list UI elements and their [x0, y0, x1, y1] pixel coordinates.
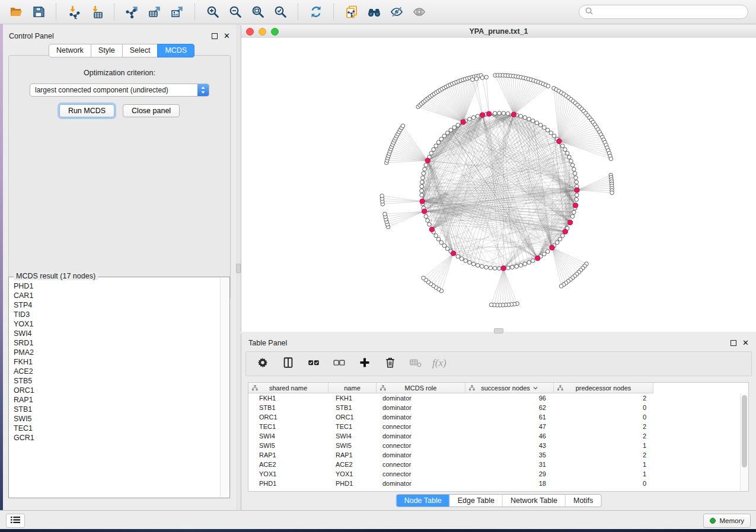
toolbar-zoom-selected-button[interactable]	[270, 2, 291, 21]
cell: STB1	[248, 404, 328, 411]
table-row-STB1[interactable]: STB1STB1dominator620	[248, 403, 748, 412]
mcds-result-item[interactable]: TEC1	[14, 424, 220, 433]
toolbar-zoom-fit-button[interactable]	[248, 2, 268, 21]
toolbar-apply-layout-button[interactable]	[306, 2, 326, 21]
control-panel-header: Control Panel ✕	[3, 24, 236, 44]
mcds-result-item[interactable]: ORC1	[14, 386, 220, 395]
mcds-result-item[interactable]: STB5	[14, 376, 220, 386]
table-row-ORC1[interactable]: ORC1ORC1dominator610	[248, 412, 748, 422]
table-row-FKH1[interactable]: FKH1FKH1dominator962	[248, 393, 748, 403]
toolbar-open-file-button[interactable]	[6, 2, 26, 21]
mcds-result-item[interactable]: PHD1	[14, 281, 220, 291]
tab-mcds[interactable]: MCDS	[157, 44, 194, 57]
cell: connector	[377, 442, 465, 449]
toolbar-export-image-button[interactable]	[167, 2, 187, 21]
vertical-splitter-grip[interactable]	[236, 264, 241, 273]
table-toolbar-show-columns-button[interactable]	[280, 356, 296, 371]
mcds-result-item[interactable]: GCR1	[14, 433, 220, 443]
mcds-result-item[interactable]: PMA2	[14, 348, 220, 357]
column-header-predecessor-nodes[interactable]: predecessor nodes	[554, 383, 653, 393]
mcds-result-item[interactable]: STP4	[14, 300, 220, 310]
table-row-RAP1[interactable]: RAP1RAP1dominator352	[248, 450, 748, 460]
toolbar-zoom-in-button[interactable]	[203, 2, 223, 21]
tab-edge-table[interactable]: Edge Table	[449, 495, 502, 507]
toolbar-new-network-from-selection-button[interactable]	[342, 2, 362, 21]
horizontal-splitter-grip[interactable]	[494, 328, 503, 334]
table-toolbar-select-all-button[interactable]	[306, 356, 321, 371]
mcds-result-item[interactable]: SRD1	[14, 338, 220, 348]
column-header-MCDS-role[interactable]: MCDS role	[377, 383, 465, 393]
search-input[interactable]	[596, 7, 742, 17]
cell: 29	[465, 470, 554, 477]
mcds-result-item[interactable]: SWI4	[14, 329, 220, 338]
column-header-shared-name[interactable]: shared name	[248, 383, 328, 393]
node-table: shared namenameMCDS rolesuccessor nodesp…	[248, 382, 749, 492]
toolbar-save-session-button[interactable]	[28, 2, 49, 21]
close-panel-button[interactable]: Close panel	[123, 104, 180, 117]
column-header-name[interactable]: name	[328, 383, 377, 393]
node-table-body: FKH1FKH1dominator962STB1STB1dominator620…	[248, 393, 748, 488]
cell: 43	[465, 442, 554, 449]
tab-style[interactable]: Style	[91, 44, 123, 57]
mcds-result-item[interactable]: SWI5	[14, 414, 220, 424]
toolbar-export-table-button[interactable]	[145, 2, 165, 21]
network-view-window: YPA_prune.txt_1	[241, 25, 756, 332]
cell: PHD1	[328, 480, 377, 487]
tab-select[interactable]: Select	[122, 44, 158, 57]
table-toolbar-table-mode-gear-button[interactable]	[255, 356, 270, 371]
close-panel-icon[interactable]: ✕	[224, 33, 230, 39]
table-row-ACE2[interactable]: ACE2ACE2connector311	[248, 460, 748, 469]
float-panel-icon[interactable]	[212, 33, 218, 39]
mcds-result-item[interactable]: ACE2	[14, 367, 220, 376]
table-scrollbar[interactable]	[740, 393, 748, 491]
vertical-splitter[interactable]	[236, 24, 241, 510]
toolbar-show-all-button[interactable]	[409, 2, 429, 21]
column-label: predecessor nodes	[576, 384, 631, 392]
cell: 46	[465, 432, 554, 440]
mcds-result-item[interactable]: CAR1	[14, 291, 220, 300]
mcds-result-scrollbar[interactable]	[220, 278, 229, 497]
tab-network-table[interactable]: Network Table	[502, 495, 565, 507]
mcds-result-item[interactable]: FKH1	[14, 357, 220, 367]
float-table-panel-icon[interactable]	[731, 340, 736, 346]
table-row-SWI5[interactable]: SWI5SWI5connector431	[248, 441, 748, 450]
task-history-button[interactable]	[6, 514, 25, 528]
search-box[interactable]	[579, 5, 748, 19]
table-row-YOX1[interactable]: YOX1YOX1connector291	[248, 469, 748, 479]
toolbar-find-button[interactable]	[364, 2, 384, 21]
table-toolbar-create-column-button[interactable]	[357, 356, 372, 371]
table-scrollbar-thumb[interactable]	[742, 395, 747, 467]
run-mcds-button[interactable]: Run MCDS	[59, 104, 114, 117]
column-header-successor-nodes[interactable]: successor nodes	[465, 383, 554, 393]
tab-motifs[interactable]: Motifs	[565, 495, 601, 507]
network-graph[interactable]	[241, 38, 756, 332]
table-toolbar-deselect-all-button[interactable]	[331, 356, 347, 371]
table-panel-title: Table Panel	[248, 339, 287, 347]
table-row-SWI4[interactable]: SWI4SWI4dominator462	[248, 431, 748, 441]
table-row-PHD1[interactable]: PHD1PHD1dominator180	[248, 479, 748, 488]
mcds-result-item[interactable]: YOX1	[14, 319, 220, 329]
delete-columns-icon	[384, 356, 397, 371]
toolbar-export-network-button[interactable]	[122, 2, 142, 21]
toolbar-hide-selected-button[interactable]	[387, 2, 407, 21]
close-table-panel-icon[interactable]: ✕	[742, 340, 749, 346]
memory-button[interactable]: Memory	[703, 514, 751, 528]
criterion-dropdown[interactable]: largest connected component (undirected)	[30, 84, 209, 97]
toolbar-import-table-button[interactable]	[87, 2, 107, 21]
mcds-result-item[interactable]: STB1	[14, 405, 220, 414]
cell: TEC1	[248, 423, 328, 430]
toolbar-import-network-button[interactable]	[64, 2, 84, 21]
network-title: YPA_prune.txt_1	[241, 27, 756, 36]
network-canvas[interactable]	[241, 38, 756, 332]
tab-network[interactable]: Network	[49, 44, 91, 57]
table-toolbar-delete-columns-button[interactable]	[382, 356, 398, 371]
tab-node-table[interactable]: Node Table	[397, 495, 449, 507]
table-row-TEC1[interactable]: TEC1TEC1connector472	[248, 422, 748, 431]
search-icon	[585, 7, 594, 18]
cell: YOX1	[328, 470, 377, 477]
cell: 2	[554, 451, 653, 459]
toolbar-zoom-out-button[interactable]	[225, 2, 245, 21]
mcds-result-item[interactable]: RAP1	[14, 395, 220, 405]
toolbar-separator	[114, 4, 115, 20]
mcds-result-item[interactable]: TID3	[14, 310, 220, 319]
